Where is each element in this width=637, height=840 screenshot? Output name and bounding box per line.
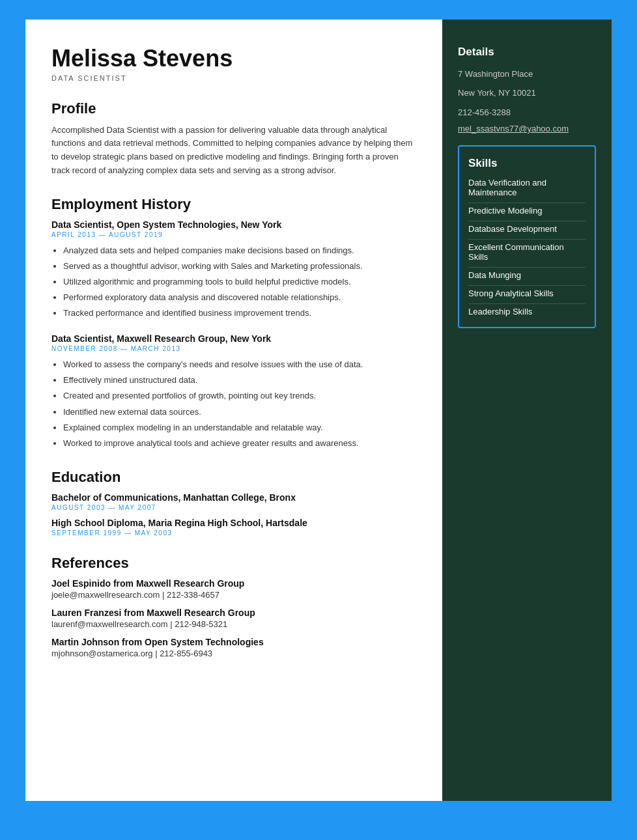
candidate-title: DATA SCIENTIST [51, 74, 416, 82]
job-block-1: Data Scientist, Open System Technologies… [51, 219, 416, 320]
job-dates-2: NOVEMBER 2008 — MARCH 2013 [51, 345, 416, 352]
right-panel: Details 7 Washington Place New York, NY … [442, 20, 612, 801]
bullet-2-1: Worked to assess the company's needs and… [63, 357, 416, 372]
profile-section: Profile Accomplished Data Scientist with… [51, 100, 416, 178]
bullet-2-6: Worked to improve analytical tools and a… [63, 436, 416, 451]
left-panel: Melissa Stevens DATA SCIENTIST Profile A… [25, 20, 442, 801]
bullet-1-5: Tracked performance and identified busin… [63, 306, 416, 320]
details-section: Details 7 Washington Place New York, NY … [458, 46, 596, 133]
skill-1: Data Verification and Maintenance [468, 178, 586, 203]
job-block-2: Data Scientist, Maxwell Research Group, … [51, 333, 416, 451]
employment-section: Employment History Data Scientist, Open … [51, 196, 416, 451]
resume-wrapper: Melissa Stevens DATA SCIENTIST Profile A… [25, 20, 612, 801]
skill-2: Predictive Modeling [468, 206, 586, 221]
header-section: Melissa Stevens DATA SCIENTIST [51, 46, 416, 82]
ref-1-name: Joel Espinido from Maxwell Research Grou… [51, 578, 416, 589]
education-heading: Education [51, 469, 416, 486]
ref-3-name: Martin Johnson from Open System Technolo… [51, 637, 416, 647]
profile-heading: Profile [51, 100, 416, 117]
ref-3-contact: mjohnson@ostamerica.org | 212-855-6943 [51, 649, 416, 658]
bullet-2-2: Effectively mined unstructured data. [63, 373, 416, 387]
degree-2-title: High School Diploma, Maria Regina High S… [51, 518, 416, 528]
bullet-1-2: Served as a thoughtful advisor, working … [63, 259, 416, 273]
skill-6: Strong Analytical Skills [468, 288, 586, 304]
skills-box: Skills Data Verification and Maintenance… [458, 145, 596, 328]
candidate-name: Melissa Stevens [51, 46, 416, 72]
job-title-2: Data Scientist, Maxwell Research Group, … [51, 333, 416, 344]
details-heading: Details [458, 46, 596, 59]
ref-2-contact: laurenf@maxwellresearch.com | 212-948-53… [51, 619, 416, 629]
bullet-1-1: Analyzed data sets and helped companies … [63, 244, 416, 258]
job-title-1: Data Scientist, Open System Technologies… [51, 219, 416, 230]
profile-text: Accomplished Data Scientist with a passi… [51, 124, 416, 178]
skill-5: Data Munging [468, 270, 586, 286]
references-heading: References [51, 555, 416, 572]
job-bullets-1: Analyzed data sets and helped companies … [63, 244, 416, 320]
degree-1-title: Bachelor of Communications, Manhattan Co… [51, 492, 416, 503]
details-address-line1: 7 Washington Place [458, 66, 596, 81]
skill-3: Database Development [468, 224, 586, 240]
bullet-2-5: Explained complex modeling in an underst… [63, 421, 416, 435]
education-section: Education Bachelor of Communications, Ma… [51, 469, 416, 537]
details-address-line2: New York, NY 10021 [458, 85, 596, 100]
bullet-2-4: Identified new external data sources. [63, 405, 416, 419]
job-dates-1: APRIL 2013 — AUGUST 2019 [51, 231, 416, 238]
degree-2-dates: SEPTEMBER 1999 — MAY 2003 [51, 529, 416, 537]
bullet-1-3: Utilized algorithmic and programming too… [63, 275, 416, 289]
bullet-2-3: Created and presented portfolios of grow… [63, 389, 416, 403]
skill-4: Excellent Communication Skills [468, 242, 586, 268]
ref-1-contact: joele@maxwellresearch.com | 212-338-4657 [51, 590, 416, 600]
references-section: References Joel Espinido from Maxwell Re… [51, 555, 416, 658]
details-email: mel_ssastvns77@yahoo.com [458, 124, 596, 133]
employment-heading: Employment History [51, 196, 416, 213]
ref-2-name: Lauren Franzesi from Maxwell Research Gr… [51, 608, 416, 618]
job-bullets-2: Worked to assess the company's needs and… [63, 357, 416, 451]
degree-1-dates: AUGUST 2003 — MAY 2007 [51, 504, 416, 511]
details-phone: 212-456-3288 [458, 105, 596, 120]
skills-heading: Skills [468, 157, 586, 170]
skill-7: Leadership Skills [468, 307, 586, 316]
bullet-1-4: Performed exploratory data analysis and … [63, 290, 416, 305]
